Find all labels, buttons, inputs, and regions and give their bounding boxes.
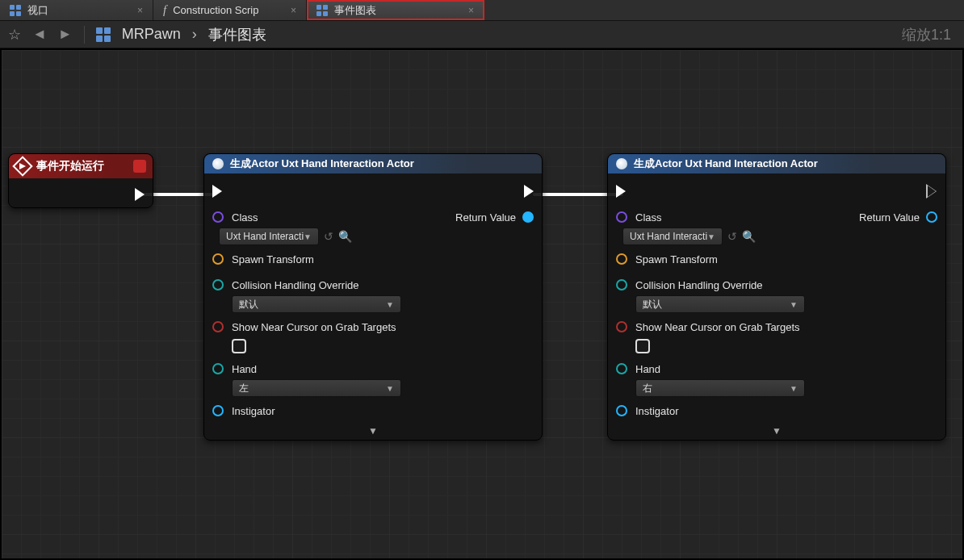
return-value-pin[interactable] — [522, 211, 534, 223]
node-title-label: 生成Actor Uxt Hand Interaction Actor — [634, 157, 818, 171]
class-pin[interactable] — [616, 211, 627, 223]
event-badge-icon — [133, 160, 146, 173]
breadcrumb-graph[interactable]: 事件图表 — [208, 25, 266, 44]
node-title: 事件开始运行 — [9, 154, 153, 178]
exec-in-pin[interactable] — [616, 185, 626, 198]
tab-bar: 视口 × f Construction Scrip × 事件图表 × — [0, 0, 964, 21]
dropdown-value: 左 — [239, 382, 249, 395]
breadcrumb-separator-icon: › — [192, 26, 197, 43]
toolbar: ☆ ◄ ► MRPawn › 事件图表 缩放1:1 — [0, 21, 964, 48]
blueprint-icon — [316, 5, 328, 16]
pin-label: Show Near Cursor on Grab Targets — [635, 321, 800, 333]
collision-pin[interactable] — [616, 279, 627, 290]
spawn-icon — [616, 158, 627, 169]
exec-out-pin[interactable] — [928, 185, 937, 198]
chevron-down-icon: ▼ — [386, 384, 394, 393]
show-near-checkbox[interactable] — [232, 339, 246, 353]
tab-label: 事件图表 — [334, 3, 376, 18]
hand-dropdown[interactable]: 右 ▼ — [635, 379, 805, 397]
pin-label: Hand — [232, 363, 257, 375]
event-icon — [12, 156, 32, 176]
pin-label: Spawn Transform — [635, 253, 718, 265]
node-event-beginplay[interactable]: 事件开始运行 — [8, 153, 153, 208]
hand-pin[interactable] — [616, 363, 627, 374]
node-title-label: 生成Actor Uxt Hand Interaction Actor — [230, 157, 414, 171]
pin-label: Collision Handling Override — [635, 279, 763, 291]
dropdown-value: 默认 — [643, 298, 662, 311]
collision-dropdown[interactable]: 默认 ▼ — [635, 295, 805, 313]
function-icon: f — [163, 3, 166, 17]
nav-forward-button[interactable]: ► — [58, 26, 73, 43]
spawn-transform-pin[interactable] — [212, 253, 224, 265]
chevron-down-icon: ▼ — [790, 384, 798, 393]
hand-pin[interactable] — [212, 363, 224, 374]
instigator-pin[interactable] — [616, 405, 627, 416]
return-value-pin[interactable] — [926, 211, 937, 223]
tab-label: Construction Scrip — [173, 4, 258, 16]
node-title: 生成Actor Uxt Hand Interaction Actor — [608, 154, 945, 173]
reset-icon[interactable]: ↺ — [727, 230, 737, 243]
node-spawn-actor-left[interactable]: 生成Actor Uxt Hand Interaction Actor Class… — [203, 153, 543, 441]
breadcrumb-asset[interactable]: MRPawn — [122, 26, 181, 43]
pin-label: Return Value — [455, 211, 516, 224]
expand-node-icon[interactable]: ▼ — [212, 424, 534, 437]
pin-label: Instigator — [232, 405, 275, 417]
exec-out-pin[interactable] — [524, 185, 534, 198]
pin-label: Show Near Cursor on Grab Targets — [232, 321, 396, 333]
spawn-icon — [212, 158, 224, 169]
chevron-down-icon: ▼ — [790, 300, 798, 309]
reset-icon[interactable]: ↺ — [324, 230, 333, 243]
pin-label: Instigator — [635, 405, 678, 417]
pin-label: Hand — [635, 363, 660, 375]
tab-close-icon[interactable]: × — [291, 5, 296, 16]
show-near-pin[interactable] — [616, 321, 627, 332]
chevron-down-icon: ▼ — [304, 232, 312, 241]
dropdown-value: 默认 — [239, 298, 258, 311]
class-dropdown[interactable]: Uxt Hand Interacti ▼ — [219, 228, 319, 245]
tab-close-icon[interactable]: × — [137, 5, 143, 16]
browse-icon[interactable]: 🔍 — [338, 230, 352, 243]
tab-event-graph[interactable]: 事件图表 × — [307, 0, 484, 20]
exec-out-pin[interactable] — [135, 188, 145, 201]
expand-node-icon[interactable]: ▼ — [616, 424, 937, 437]
instigator-pin[interactable] — [212, 405, 224, 416]
pin-label: Return Value — [859, 211, 920, 224]
spawn-transform-pin[interactable] — [616, 253, 627, 265]
pin-label: Collision Handling Override — [232, 279, 359, 291]
show-near-checkbox[interactable] — [635, 339, 650, 353]
tab-viewport[interactable]: 视口 × — [0, 0, 153, 20]
divider — [84, 26, 85, 44]
graph-canvas[interactable]: 事件开始运行 生成Actor Uxt Hand Interaction Acto… — [0, 48, 964, 560]
nav-back-button[interactable]: ◄ — [32, 26, 47, 43]
pin-label: Class — [232, 211, 258, 224]
class-dropdown[interactable]: Uxt Hand Interacti ▼ — [622, 228, 723, 245]
dropdown-value: Uxt Hand Interacti — [226, 231, 304, 242]
tab-construction-script[interactable]: f Construction Scrip × — [153, 0, 307, 20]
favorite-star-icon[interactable]: ☆ — [8, 26, 21, 44]
pin-label: Spawn Transform — [232, 253, 314, 265]
tab-close-icon[interactable]: × — [468, 5, 474, 16]
exec-in-pin[interactable] — [212, 185, 222, 198]
zoom-level: 缩放1:1 — [902, 25, 956, 44]
node-title: 生成Actor Uxt Hand Interaction Actor — [204, 154, 542, 173]
show-near-pin[interactable] — [212, 321, 224, 332]
collision-dropdown[interactable]: 默认 ▼ — [232, 295, 401, 313]
class-pin[interactable] — [212, 211, 224, 223]
chevron-down-icon: ▼ — [707, 232, 715, 241]
tab-label: 视口 — [27, 3, 48, 18]
chevron-down-icon: ▼ — [386, 300, 394, 309]
dropdown-value: Uxt Hand Interacti — [630, 231, 707, 242]
node-title-label: 事件开始运行 — [36, 159, 104, 173]
browse-icon[interactable]: 🔍 — [742, 230, 756, 243]
blueprint-icon — [10, 5, 21, 16]
node-spawn-actor-right[interactable]: 生成Actor Uxt Hand Interaction Actor Class… — [607, 153, 946, 441]
hand-dropdown[interactable]: 左 ▼ — [232, 379, 401, 397]
pin-label: Class — [635, 211, 662, 224]
dropdown-value: 右 — [643, 382, 652, 395]
blueprint-icon — [96, 27, 111, 42]
collision-pin[interactable] — [212, 279, 224, 290]
